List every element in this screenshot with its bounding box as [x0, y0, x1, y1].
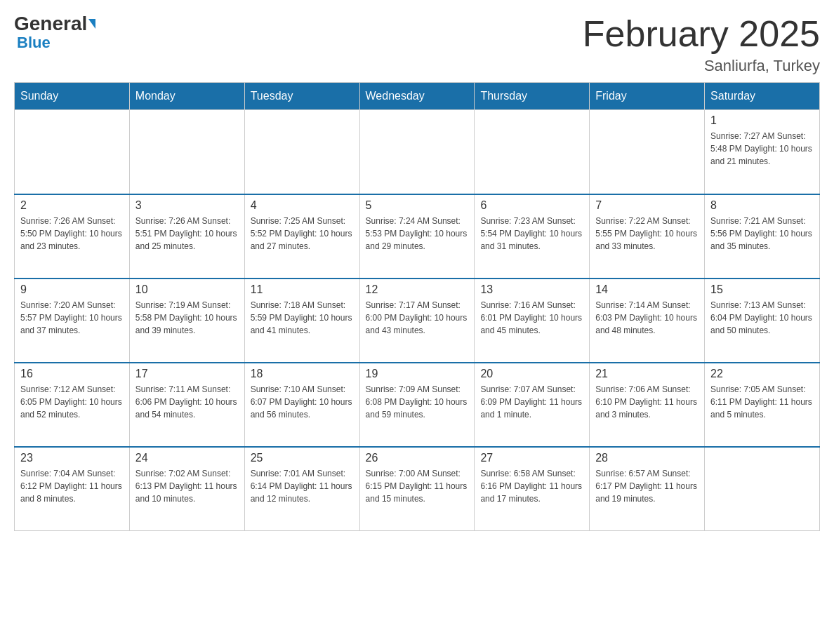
day-number: 3: [135, 199, 239, 212]
calendar-header-row: Sunday Monday Tuesday Wednesday Thursday…: [15, 83, 820, 110]
table-row: 20Sunrise: 7:07 AM Sunset: 6:09 PM Dayli…: [475, 363, 590, 447]
col-monday: Monday: [129, 83, 244, 110]
day-number: 11: [251, 283, 354, 296]
day-info: Sunrise: 7:10 AM Sunset: 6:07 PM Dayligh…: [251, 383, 354, 421]
day-info: Sunrise: 7:12 AM Sunset: 6:05 PM Dayligh…: [20, 383, 124, 421]
table-row: 4Sunrise: 7:25 AM Sunset: 5:52 PM Daylig…: [244, 194, 359, 279]
calendar-week-row: 16Sunrise: 7:12 AM Sunset: 6:05 PM Dayli…: [15, 363, 820, 447]
day-info: Sunrise: 7:00 AM Sunset: 6:15 PM Dayligh…: [366, 467, 469, 505]
day-info: Sunrise: 7:07 AM Sunset: 6:09 PM Dayligh…: [480, 383, 583, 421]
title-block: February 2025 Sanliurfa, Turkey: [583, 14, 820, 75]
table-row: [475, 110, 590, 194]
table-row: 28Sunrise: 6:57 AM Sunset: 6:17 PM Dayli…: [590, 447, 705, 531]
day-info: Sunrise: 7:21 AM Sunset: 5:56 PM Dayligh…: [710, 215, 814, 253]
day-number: 20: [480, 368, 583, 380]
table-row: 12Sunrise: 7:17 AM Sunset: 6:00 PM Dayli…: [359, 279, 475, 363]
page-header: General Blue February 2025 Sanliurfa, Tu…: [14, 14, 820, 75]
day-number: 22: [710, 368, 814, 380]
day-info: Sunrise: 7:26 AM Sunset: 5:50 PM Dayligh…: [20, 215, 124, 253]
table-row: 8Sunrise: 7:21 AM Sunset: 5:56 PM Daylig…: [705, 194, 820, 279]
day-number: 14: [595, 283, 699, 296]
day-info: Sunrise: 7:04 AM Sunset: 6:12 PM Dayligh…: [20, 467, 124, 505]
table-row: 23Sunrise: 7:04 AM Sunset: 6:12 PM Dayli…: [15, 447, 130, 531]
day-info: Sunrise: 7:22 AM Sunset: 5:55 PM Dayligh…: [595, 215, 699, 253]
table-row: [15, 110, 130, 194]
day-info: Sunrise: 7:02 AM Sunset: 6:13 PM Dayligh…: [135, 467, 239, 505]
calendar-week-row: 1Sunrise: 7:27 AM Sunset: 5:48 PM Daylig…: [15, 110, 820, 194]
day-info: Sunrise: 7:16 AM Sunset: 6:01 PM Dayligh…: [480, 299, 583, 337]
table-row: 2Sunrise: 7:26 AM Sunset: 5:50 PM Daylig…: [15, 194, 130, 279]
table-row: 22Sunrise: 7:05 AM Sunset: 6:11 PM Dayli…: [705, 363, 820, 447]
day-number: 17: [135, 368, 239, 380]
day-number: 8: [710, 199, 814, 212]
table-row: 3Sunrise: 7:26 AM Sunset: 5:51 PM Daylig…: [129, 194, 244, 279]
table-row: 16Sunrise: 7:12 AM Sunset: 6:05 PM Dayli…: [15, 363, 130, 447]
location: Sanliurfa, Turkey: [583, 57, 820, 75]
table-row: 14Sunrise: 7:14 AM Sunset: 6:03 PM Dayli…: [590, 279, 705, 363]
table-row: 27Sunrise: 6:58 AM Sunset: 6:16 PM Dayli…: [475, 447, 590, 531]
day-info: Sunrise: 7:24 AM Sunset: 5:53 PM Dayligh…: [366, 215, 469, 253]
day-info: Sunrise: 7:14 AM Sunset: 6:03 PM Dayligh…: [595, 299, 699, 337]
table-row: 24Sunrise: 7:02 AM Sunset: 6:13 PM Dayli…: [129, 447, 244, 531]
col-sunday: Sunday: [15, 83, 130, 110]
table-row: 9Sunrise: 7:20 AM Sunset: 5:57 PM Daylig…: [15, 279, 130, 363]
col-wednesday: Wednesday: [359, 83, 475, 110]
month-title: February 2025: [583, 14, 820, 54]
day-number: 24: [135, 452, 239, 464]
day-info: Sunrise: 6:57 AM Sunset: 6:17 PM Dayligh…: [595, 467, 699, 505]
table-row: [244, 110, 359, 194]
day-info: Sunrise: 7:13 AM Sunset: 6:04 PM Dayligh…: [710, 299, 814, 337]
calendar-week-row: 9Sunrise: 7:20 AM Sunset: 5:57 PM Daylig…: [15, 279, 820, 363]
day-number: 12: [366, 283, 469, 296]
logo-blue-text: Blue: [17, 34, 51, 52]
table-row: [705, 447, 820, 531]
day-info: Sunrise: 7:19 AM Sunset: 5:58 PM Dayligh…: [135, 299, 239, 337]
table-row: 11Sunrise: 7:18 AM Sunset: 5:59 PM Dayli…: [244, 279, 359, 363]
day-number: 23: [20, 452, 124, 464]
day-number: 26: [366, 452, 469, 464]
table-row: 25Sunrise: 7:01 AM Sunset: 6:14 PM Dayli…: [244, 447, 359, 531]
day-number: 25: [251, 452, 354, 464]
table-row: 15Sunrise: 7:13 AM Sunset: 6:04 PM Dayli…: [705, 279, 820, 363]
col-thursday: Thursday: [475, 83, 590, 110]
day-number: 10: [135, 283, 239, 296]
table-row: 26Sunrise: 7:00 AM Sunset: 6:15 PM Dayli…: [359, 447, 475, 531]
day-info: Sunrise: 7:11 AM Sunset: 6:06 PM Dayligh…: [135, 383, 239, 421]
day-number: 19: [366, 368, 469, 380]
col-saturday: Saturday: [705, 83, 820, 110]
table-row: [129, 110, 244, 194]
day-number: 15: [710, 283, 814, 296]
logo: General Blue: [14, 14, 95, 52]
day-info: Sunrise: 7:23 AM Sunset: 5:54 PM Dayligh…: [480, 215, 583, 253]
day-number: 5: [366, 199, 469, 212]
table-row: 21Sunrise: 7:06 AM Sunset: 6:10 PM Dayli…: [590, 363, 705, 447]
col-tuesday: Tuesday: [244, 83, 359, 110]
day-number: 4: [251, 199, 354, 212]
day-number: 18: [251, 368, 354, 380]
day-number: 1: [710, 114, 814, 127]
table-row: 10Sunrise: 7:19 AM Sunset: 5:58 PM Dayli…: [129, 279, 244, 363]
day-number: 6: [480, 199, 583, 212]
day-info: Sunrise: 6:58 AM Sunset: 6:16 PM Dayligh…: [480, 467, 583, 505]
col-friday: Friday: [590, 83, 705, 110]
day-info: Sunrise: 7:09 AM Sunset: 6:08 PM Dayligh…: [366, 383, 469, 421]
day-info: Sunrise: 7:06 AM Sunset: 6:10 PM Dayligh…: [595, 383, 699, 421]
table-row: 17Sunrise: 7:11 AM Sunset: 6:06 PM Dayli…: [129, 363, 244, 447]
table-row: 13Sunrise: 7:16 AM Sunset: 6:01 PM Dayli…: [475, 279, 590, 363]
day-info: Sunrise: 7:26 AM Sunset: 5:51 PM Dayligh…: [135, 215, 239, 253]
day-number: 28: [595, 452, 699, 464]
table-row: 5Sunrise: 7:24 AM Sunset: 5:53 PM Daylig…: [359, 194, 475, 279]
logo-triangle-icon: [88, 19, 95, 29]
table-row: 1Sunrise: 7:27 AM Sunset: 5:48 PM Daylig…: [705, 110, 820, 194]
table-row: 6Sunrise: 7:23 AM Sunset: 5:54 PM Daylig…: [475, 194, 590, 279]
calendar-week-row: 23Sunrise: 7:04 AM Sunset: 6:12 PM Dayli…: [15, 447, 820, 531]
day-number: 7: [595, 199, 699, 212]
table-row: 7Sunrise: 7:22 AM Sunset: 5:55 PM Daylig…: [590, 194, 705, 279]
calendar-table: Sunday Monday Tuesday Wednesday Thursday…: [14, 82, 820, 531]
table-row: 18Sunrise: 7:10 AM Sunset: 6:07 PM Dayli…: [244, 363, 359, 447]
day-info: Sunrise: 7:25 AM Sunset: 5:52 PM Dayligh…: [251, 215, 354, 253]
day-number: 13: [480, 283, 583, 296]
logo-general-text: General: [14, 14, 87, 34]
day-info: Sunrise: 7:01 AM Sunset: 6:14 PM Dayligh…: [251, 467, 354, 505]
day-number: 21: [595, 368, 699, 380]
